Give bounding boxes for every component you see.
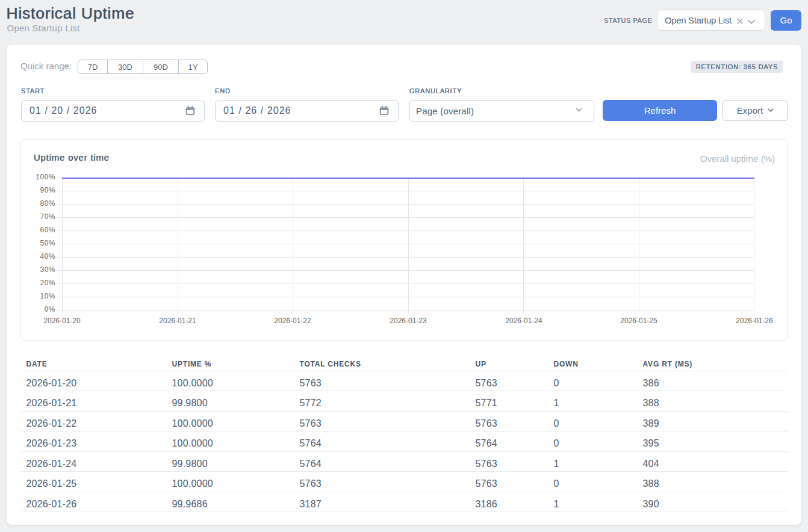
svg-text:2026-01-21: 2026-01-21 (159, 317, 196, 325)
svg-text:2026-01-24: 2026-01-24 (505, 317, 542, 325)
svg-text:30%: 30% (40, 265, 55, 274)
svg-text:2026-01-26: 2026-01-26 (736, 317, 773, 325)
svg-text:50%: 50% (40, 239, 55, 247)
svg-text:10%: 10% (40, 292, 55, 300)
svg-text:40%: 40% (40, 252, 55, 261)
svg-text:2026-01-25: 2026-01-25 (620, 317, 657, 325)
svg-text:2026-01-22: 2026-01-22 (274, 317, 311, 325)
svg-text:0%: 0% (45, 305, 55, 314)
svg-text:2026-01-20: 2026-01-20 (43, 317, 81, 325)
svg-text:70%: 70% (40, 212, 55, 221)
svg-text:2026-01-23: 2026-01-23 (390, 317, 427, 325)
svg-text:60%: 60% (40, 226, 55, 234)
svg-text:20%: 20% (40, 279, 55, 287)
svg-text:100%: 100% (36, 173, 55, 181)
svg-text:80%: 80% (40, 199, 55, 208)
svg-text:90%: 90% (40, 186, 55, 194)
